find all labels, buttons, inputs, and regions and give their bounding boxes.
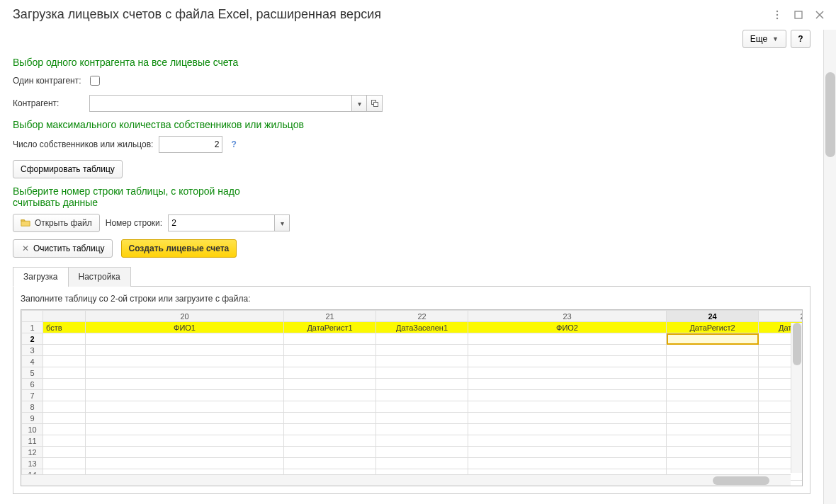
contractor-open-button[interactable] [367,95,383,112]
more-button[interactable]: Еще ▼ [742,30,786,48]
cell[interactable] [376,390,468,401]
cell[interactable] [86,367,284,379]
cell[interactable] [43,367,86,379]
spreadsheet[interactable]: 202122232425 1бствФИО1ДатаРегист1ДатаЗас… [21,309,803,486]
cell[interactable] [43,447,86,458]
cell[interactable] [667,435,759,447]
row-header[interactable]: 7 [22,390,43,401]
col-header[interactable]: 25 [759,311,803,322]
col-header[interactable]: 21 [284,311,376,322]
cell[interactable] [43,424,86,435]
cell[interactable] [376,435,468,447]
cell[interactable] [468,435,667,447]
cell[interactable] [468,333,667,345]
header-cell[interactable]: ДатаЗаселен1 [376,322,468,333]
row-header[interactable]: 6 [22,379,43,390]
cell[interactable] [376,356,468,367]
header-cell[interactable]: ФИО1 [86,322,284,333]
cell[interactable] [86,424,284,435]
cell[interactable] [284,356,376,367]
row-num-dropdown-button[interactable]: ▾ [274,214,290,231]
row-num-input[interactable] [168,214,274,231]
cell[interactable] [284,435,376,447]
cell[interactable] [667,458,759,469]
cell[interactable] [667,367,759,379]
row-header[interactable]: 9 [22,413,43,424]
cell[interactable] [667,413,759,424]
cell[interactable] [667,356,759,367]
cell[interactable] [376,447,468,458]
help-icon[interactable]: ? [231,139,236,149]
cell[interactable] [284,401,376,413]
cell[interactable] [376,333,468,345]
cell[interactable] [376,401,468,413]
cell[interactable] [284,345,376,356]
cell[interactable] [376,424,468,435]
cell[interactable] [376,413,468,424]
cell[interactable] [86,435,284,447]
close-icon[interactable] [813,8,826,21]
row-header[interactable]: 12 [22,447,43,458]
header-cell[interactable]: бств [43,322,86,333]
row-header[interactable]: 3 [22,345,43,356]
open-file-button[interactable]: Открыть файл [13,214,100,232]
cell[interactable] [667,379,759,390]
row-header[interactable]: 4 [22,356,43,367]
cell[interactable] [376,367,468,379]
col-header[interactable]: 24 [667,311,759,322]
cell[interactable] [667,401,759,413]
cell[interactable] [376,345,468,356]
owners-count-input[interactable] [159,136,222,153]
row-header[interactable]: 1 [22,322,43,333]
cell[interactable] [667,333,759,345]
cell[interactable] [86,356,284,367]
cell[interactable] [468,390,667,401]
col-header[interactable]: 22 [376,311,468,322]
cell[interactable] [468,345,667,356]
col-header[interactable] [43,311,86,322]
kebab-menu-icon[interactable] [771,8,784,21]
cell[interactable] [86,401,284,413]
cell[interactable] [43,345,86,356]
help-button[interactable]: ? [791,30,810,48]
tab-settings[interactable]: Настройка [68,267,131,287]
cell[interactable] [468,356,667,367]
cell[interactable] [43,401,86,413]
cell[interactable] [86,345,284,356]
cell[interactable] [86,333,284,345]
cell[interactable] [284,413,376,424]
cell[interactable] [43,333,86,345]
row-header[interactable]: 5 [22,367,43,379]
cell[interactable] [43,356,86,367]
cell[interactable] [468,401,667,413]
cell[interactable] [86,447,284,458]
contractor-combo[interactable]: ▾ [89,95,383,112]
row-header[interactable]: 8 [22,401,43,413]
header-cell[interactable]: ФИО2 [468,322,667,333]
cell[interactable] [86,379,284,390]
cell[interactable] [376,379,468,390]
cell[interactable] [284,379,376,390]
one-contractor-checkbox[interactable] [90,76,100,86]
col-header[interactable]: 23 [468,311,667,322]
cell[interactable] [468,379,667,390]
window-vscrollbar[interactable] [823,30,836,504]
row-header[interactable]: 2 [22,333,43,345]
cell[interactable] [43,379,86,390]
cell[interactable] [86,390,284,401]
cell[interactable] [376,458,468,469]
col-header[interactable]: 20 [86,311,284,322]
cell[interactable] [468,447,667,458]
cell[interactable] [667,447,759,458]
cell[interactable] [43,435,86,447]
cell[interactable] [468,413,667,424]
cell[interactable] [43,413,86,424]
maximize-icon[interactable] [792,8,805,21]
cell[interactable] [43,390,86,401]
header-cell[interactable]: ДатаРегист2 [667,322,759,333]
sheet-hscrollbar[interactable] [21,474,791,486]
cell[interactable] [667,345,759,356]
cell[interactable] [284,458,376,469]
contractor-dropdown-button[interactable]: ▾ [351,95,367,112]
cell[interactable] [43,458,86,469]
